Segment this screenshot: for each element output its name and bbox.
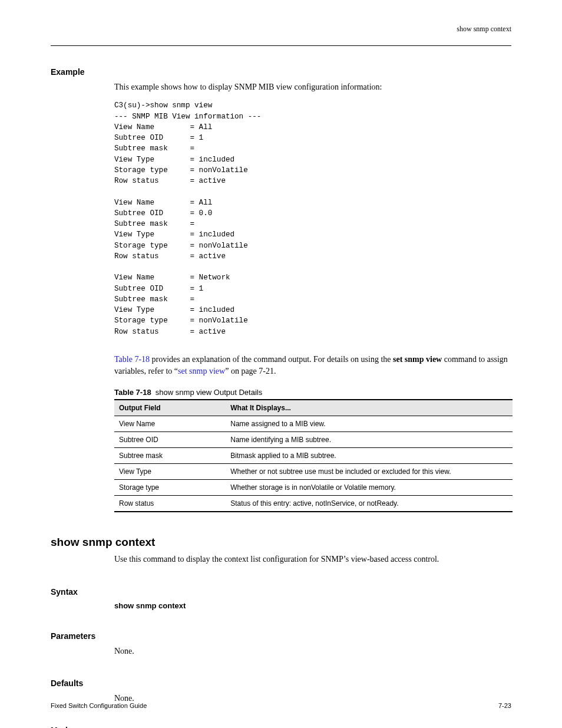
text-fragment: ” on page 7-21. bbox=[225, 367, 276, 375]
table-row: Row status Status of this entry: active,… bbox=[114, 496, 513, 512]
cell-desc: Name identifying a MIB subtree. bbox=[226, 432, 513, 448]
cell-desc: Name assigned to a MIB view. bbox=[226, 416, 513, 432]
cell-field: View Name bbox=[114, 416, 226, 432]
table-header-row: Output Field What It Displays... bbox=[114, 400, 513, 416]
header-rule bbox=[51, 45, 511, 46]
footer-left: Fixed Switch Configuration Guide bbox=[51, 702, 147, 709]
cell-desc: Bitmask applied to a MIB subtree. bbox=[226, 448, 513, 464]
table-title-rest: show snmp view Output Details bbox=[156, 388, 262, 397]
table-row: Subtree OID Name identifying a MIB subtr… bbox=[114, 432, 513, 448]
cell-field: Storage type bbox=[114, 480, 226, 496]
syntax-code: show snmp context bbox=[114, 601, 511, 610]
code-block: C3(su)->show snmp view --- SNMP MIB View… bbox=[114, 100, 511, 337]
table-header-field: Output Field bbox=[114, 400, 226, 416]
table-header-desc: What It Displays... bbox=[226, 400, 513, 416]
example-heading: Example bbox=[51, 67, 511, 77]
footer-right: 7-23 bbox=[498, 702, 511, 709]
cell-field: Row status bbox=[114, 496, 226, 512]
table-row: View Type Whether or not subtree use mus… bbox=[114, 464, 513, 480]
table-reference-paragraph: Table 7-18 provides an explanation of th… bbox=[114, 354, 511, 378]
running-header: show snmp context bbox=[51, 25, 511, 34]
table-title: Table 7-18 show snmp view Output Details bbox=[114, 388, 511, 397]
set-snmp-view-link[interactable]: set snmp view bbox=[178, 367, 225, 375]
text-fragment: provides an explanation of the command o… bbox=[150, 355, 393, 364]
cell-field: Subtree mask bbox=[114, 448, 226, 464]
output-details-table: Output Field What It Displays... View Na… bbox=[114, 399, 513, 512]
page-footer: Fixed Switch Configuration Guide 7-23 bbox=[51, 702, 511, 709]
parameters-body: None. bbox=[114, 645, 511, 657]
table-ref-link[interactable]: Table 7-18 bbox=[114, 355, 150, 364]
table-row: View Name Name assigned to a MIB view. bbox=[114, 416, 513, 432]
cell-desc: Whether storage is in nonVolatile or Vol… bbox=[226, 480, 513, 496]
page-body: show snmp context Example This example s… bbox=[0, 0, 562, 728]
example-intro: This example shows how to display SNMP M… bbox=[114, 81, 511, 93]
parameters-heading: Parameters bbox=[51, 631, 511, 641]
mode-heading: Mode bbox=[51, 726, 511, 728]
table-row: Subtree mask Bitmask applied to a MIB su… bbox=[114, 448, 513, 464]
table-title-prefix: Table 7-18 bbox=[114, 388, 151, 397]
cell-field: Subtree OID bbox=[114, 432, 226, 448]
command-heading: show snmp context bbox=[51, 536, 511, 549]
cell-desc: Status of this entry: active, notInServi… bbox=[226, 496, 513, 512]
cell-desc: Whether or not subtree use must be inclu… bbox=[226, 464, 513, 480]
command-description: Use this command to display the context … bbox=[114, 554, 511, 565]
cell-field: View Type bbox=[114, 464, 226, 480]
defaults-heading: Defaults bbox=[51, 678, 511, 688]
table-wrap: Table 7-18 show snmp view Output Details… bbox=[114, 388, 511, 512]
bold-command: set snmp view bbox=[393, 355, 442, 364]
table-row: Storage type Whether storage is in nonVo… bbox=[114, 480, 513, 496]
syntax-heading: Syntax bbox=[51, 587, 511, 597]
